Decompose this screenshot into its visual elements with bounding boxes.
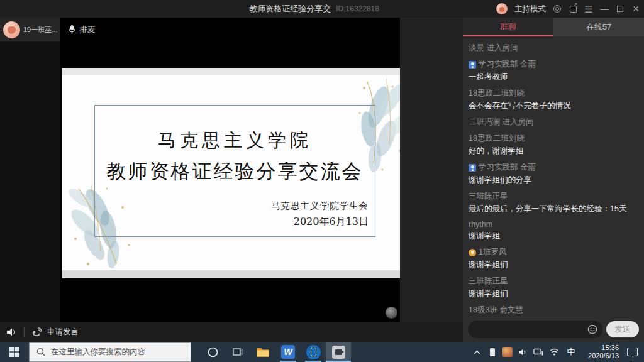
windows-taskbar: 在这里输入你要搜索的内容 W <box>0 342 644 362</box>
member-badge-icon <box>469 249 476 256</box>
clock-time: 15:36 <box>582 344 619 352</box>
chat-message-text: 最后的最后，分享一下常海学长的经验：15天 <box>469 204 638 214</box>
tray-volume-icon[interactable] <box>517 344 528 359</box>
chat-message-sender: 18思政二班刘晓 <box>469 88 638 99</box>
tab-online-members[interactable]: 在线57 <box>553 18 644 36</box>
slide-title-line2: 教师资格证经验分享交流会 <box>101 158 369 185</box>
close-button[interactable]: ✕ <box>631 4 640 13</box>
cortana-button[interactable] <box>200 342 225 362</box>
chat-system-message: 二班冯澜 进入房间 <box>469 117 638 128</box>
task-view-icon <box>232 347 243 357</box>
meeting-app-taskbar-button[interactable] <box>326 342 351 362</box>
settings-icon[interactable] <box>553 4 562 13</box>
chat-message-sender: 学习实践部 金雨 <box>469 162 638 173</box>
stage-control-bar: 申请发言 <box>0 322 463 342</box>
chat-message: 三班陈正星 最后的最后，分享一下常海学长的经验：15天 <box>469 191 638 214</box>
chat-message: 1班罗凤 谢谢学姐们 <box>469 247 638 270</box>
member-name: 19一班巫... <box>23 25 57 35</box>
your-phone-button[interactable] <box>301 342 326 362</box>
chat-message-list[interactable]: 淡景 进入房间 学习实践部 金雨 一起考教师 18思政二班刘晓 会不会存在写不完… <box>463 39 644 318</box>
shared-slide: 马克思主义学院 教师资格证经验分享交流会 马克思主义学院学生会 2020年6月1… <box>62 68 400 278</box>
chat-message-sender: 学习实践部 金雨 <box>469 59 638 70</box>
start-button[interactable] <box>0 342 29 362</box>
chat-message: 学习实践部 金雨 谢谢学姐们的分享 <box>469 162 638 185</box>
chat-message-text: 谢谢学姐们 <box>469 260 638 270</box>
volume-icon[interactable] <box>0 327 24 337</box>
tray-device-icon[interactable] <box>487 344 498 359</box>
chat-message-sender: 1班罗凤 <box>469 247 638 258</box>
emoji-icon[interactable] <box>587 324 597 334</box>
chat-message-sender: 18思政二班刘晓 <box>469 133 638 144</box>
chat-message: 18级3班 俞文慧 感谢学姐们 <box>469 305 638 318</box>
taskbar-clock[interactable]: 15:36 2020/6/13 <box>582 344 619 360</box>
send-button[interactable]: 发送 <box>606 321 639 337</box>
chat-tabs: 群聊 在线57 <box>463 18 644 36</box>
minimize-button[interactable]: — <box>600 4 609 13</box>
mic-queue-label: 排麦 <box>79 25 95 35</box>
host-avatar <box>496 3 508 14</box>
popout-icon[interactable] <box>569 4 577 13</box>
divider <box>24 327 25 337</box>
chat-input-row: 发送 <box>468 321 639 338</box>
title-group: 教师资格证经验分享交 ID:16322818 <box>249 3 379 14</box>
meeting-app-window: 教师资格证经验分享交 ID:16322818 主持模式 ☰ — ✕ 19一班巫.… <box>0 0 644 342</box>
slide-footer-org: 马克思主义学院学生会 <box>101 200 369 212</box>
chat-message-text: 谢谢学姐 <box>469 231 638 241</box>
member-list-item[interactable]: 19一班巫... <box>0 18 60 41</box>
maximize-button[interactable] <box>616 4 625 13</box>
member-badge-icon <box>469 61 476 69</box>
tray-expand-chevron-icon[interactable] <box>471 344 482 359</box>
slide-title-line1: 马克思主义学院 <box>101 128 369 153</box>
system-tray: 中 15:36 2020/6/13 <box>471 344 644 360</box>
ime-language-indicator[interactable]: 中 <box>564 346 578 358</box>
search-placeholder: 在这里输入你要搜索的内容 <box>51 347 145 358</box>
tray-network-icon[interactable] <box>548 344 560 359</box>
task-view-button[interactable] <box>225 342 250 362</box>
video-stage: 排麦 <box>60 18 400 342</box>
tab-group-chat[interactable]: 群聊 <box>463 18 553 36</box>
chat-message-text: 感谢学姐们 <box>469 317 638 318</box>
file-explorer-icon <box>256 346 270 358</box>
chat-message: 学习实践部 金雨 一起考教师 <box>469 59 638 82</box>
tray-display-icon[interactable] <box>533 344 544 359</box>
search-icon <box>36 348 45 356</box>
chat-message-text: 会不会存在写不完卷子的情况 <box>469 101 638 111</box>
member-badge-icon <box>469 164 476 172</box>
chat-input-container <box>468 321 602 338</box>
taskbar-search[interactable]: 在这里输入你要搜索的内容 <box>29 342 191 362</box>
slide-footer-date: 2020年6月13日 <box>101 216 369 229</box>
chat-message: rhythm 谢谢学姐 <box>469 220 638 241</box>
room-title: 教师资格证经验分享交 <box>249 3 331 14</box>
mic-queue-bar[interactable]: 排麦 <box>60 18 400 41</box>
chat-message-text: 好的，谢谢学姐 <box>469 146 638 156</box>
request-speak-label: 申请发言 <box>47 327 79 337</box>
chat-message-sender: 18级3班 俞文慧 <box>469 305 638 315</box>
chat-message-text: 一起考教师 <box>469 72 638 82</box>
windows-logo-icon <box>9 347 19 357</box>
request-speak-button[interactable]: 申请发言 <box>32 327 79 337</box>
action-center-icon[interactable] <box>627 348 638 356</box>
chat-input[interactable] <box>475 325 587 334</box>
cortana-icon <box>208 347 218 358</box>
stream-watermark-logo <box>386 307 397 319</box>
meeting-app-icon <box>332 346 345 359</box>
menu-icon[interactable]: ☰ <box>584 4 593 13</box>
tray-app-avatar-icon[interactable] <box>502 347 513 357</box>
wps-office-button[interactable]: W <box>275 342 301 362</box>
chat-system-message: 淡景 进入房间 <box>469 43 638 53</box>
wps-office-icon: W <box>281 345 295 359</box>
file-explorer-button[interactable] <box>250 342 275 362</box>
chat-message-sender: 三班陈正星 <box>469 191 638 202</box>
your-phone-icon <box>306 345 321 359</box>
slide-title-frame: 马克思主义学院 教师资格证经验分享交流会 马克思主义学院学生会 2020年6月1… <box>94 105 375 237</box>
chat-message-text: 谢谢学姐们的分享 <box>469 175 638 185</box>
host-mode-label: 主持模式 <box>514 4 546 14</box>
chat-message: 三班陈正星 谢谢学姐们 <box>469 276 638 299</box>
microphone-icon <box>69 25 75 35</box>
chat-message-sender: 三班陈正星 <box>469 276 638 287</box>
slide-letterbox-top <box>62 68 400 75</box>
room-id: ID:16322818 <box>336 4 379 13</box>
chat-message-sender: rhythm <box>469 220 638 229</box>
raise-hand-icon <box>32 327 43 337</box>
chat-panel: 群聊 在线57 淡景 进入房间 学习实践部 金雨 一起考教师 18思政二班刘晓 … <box>463 18 644 342</box>
